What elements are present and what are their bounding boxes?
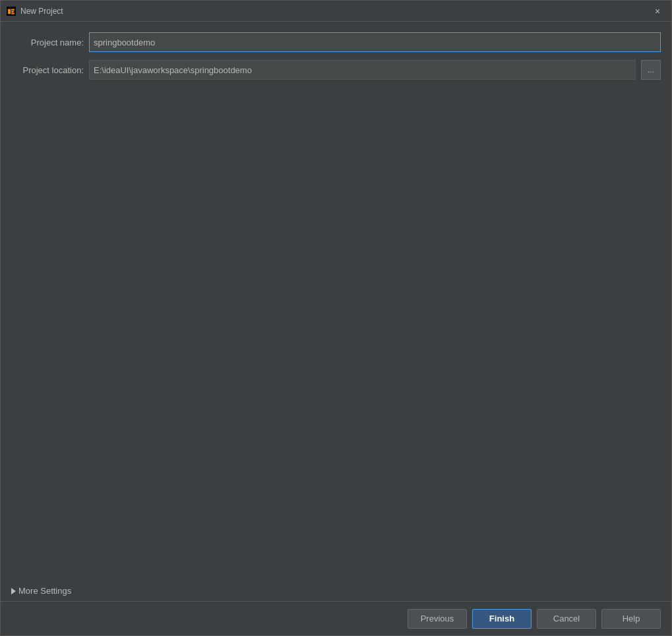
finish-button[interactable]: Finish — [472, 609, 532, 629]
title-bar: I New Project × — [1, 1, 671, 22]
svg-rect-5 — [11, 11, 14, 13]
project-name-label: Project name: — [11, 38, 84, 47]
project-name-input[interactable] — [89, 32, 661, 52]
cancel-button[interactable]: Cancel — [537, 609, 596, 629]
expand-icon — [11, 588, 16, 594]
project-location-row: Project location: ... — [11, 60, 661, 80]
title-text: New Project — [20, 7, 63, 16]
bottom-bar: Previous Finish Cancel Help — [1, 601, 671, 635]
project-location-input[interactable] — [89, 60, 636, 80]
project-name-row: Project name: — [11, 32, 661, 52]
svg-rect-4 — [11, 9, 15, 11]
content-spacer — [11, 88, 661, 570]
browse-button[interactable]: ... — [641, 60, 661, 80]
svg-rect-3 — [9, 9, 11, 14]
title-bar-left: I New Project — [6, 6, 63, 16]
more-settings-section[interactable]: More Settings — [1, 581, 671, 601]
svg-rect-6 — [11, 13, 15, 14]
help-button[interactable]: Help — [601, 609, 661, 629]
close-button[interactable]: × — [649, 3, 666, 20]
more-settings-label: More Settings — [18, 586, 71, 596]
app-icon: I — [6, 6, 16, 16]
project-location-label: Project location: — [11, 65, 84, 75]
previous-button[interactable]: Previous — [408, 609, 467, 629]
main-content: Project name: Project location: ... — [1, 22, 671, 581]
new-project-dialog: I New Project × Project name: Project lo… — [0, 0, 672, 636]
